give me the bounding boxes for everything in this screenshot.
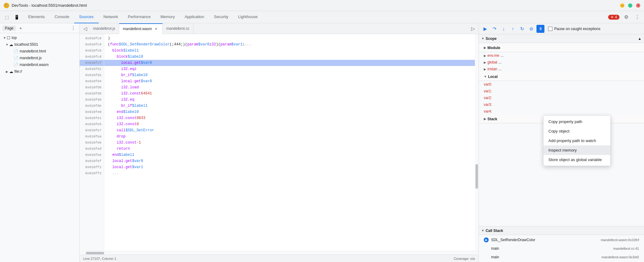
line-num-15: 0x010fe5 — [80, 121, 104, 127]
step-out-button[interactable]: ↑ — [509, 25, 517, 33]
code-line-23: ... — [104, 170, 479, 176]
editor-tab-wasm-close[interactable]: ✕ — [154, 26, 159, 31]
vertical-scrollbar-thumb[interactable] — [475, 164, 478, 189]
pause-button[interactable]: ⏸ — [536, 25, 544, 33]
call-stack-item-1[interactable]: main mandelbrot.cc:41 — [479, 244, 644, 253]
resume-button[interactable]: ▶ — [481, 25, 489, 33]
step-button[interactable]: ↻ — [518, 25, 526, 33]
horizontal-scrollbar-thumb[interactable] — [86, 252, 104, 254]
context-menu-inspect-memory[interactable]: Inspect memory — [544, 145, 610, 155]
line-num-7: 0x010fd2 — [80, 72, 104, 78]
tab-console[interactable]: Console — [50, 11, 74, 23]
tree-item-mandelbrot-html[interactable]: 📄 mandelbrot.html — [0, 48, 79, 55]
more-options-button[interactable]: ⋮ — [633, 13, 642, 21]
local-item-var1[interactable]: var1: — [479, 88, 644, 94]
sidebar-more-button[interactable]: ⋮ — [70, 25, 77, 32]
horizontal-scrollbar[interactable] — [80, 251, 479, 255]
settings-button[interactable]: ⚙ — [622, 13, 631, 21]
code-line-2: (func $SDL_SetRenderDrawColor (;444;) (p… — [104, 41, 479, 48]
tree-item-file[interactable]: ▶ ☁ file:// — [0, 68, 79, 75]
module-item-env[interactable]: ▶ env.me ... — [479, 52, 644, 59]
call-stack-item-2[interactable]: main mandelbrot.wasm:0x3ef2 — [479, 253, 644, 261]
main-toolbar: ⬚ 📱 Elements Console Sources Network Per… — [0, 11, 644, 23]
sidebar-header: Page » ⋮ — [0, 23, 79, 33]
call-stack-location-0: mandelbrot.wasm:0x10fcf — [601, 238, 639, 242]
scope-content: ▶ Module ▶ env.me ... ▶ global ... — [479, 43, 644, 124]
title-bar: 🔧 DevTools - localhost:5501/mandelbrot.h… — [0, 0, 644, 11]
inspect-element-button[interactable]: ⬚ — [2, 13, 11, 21]
maximize-button[interactable]: □ — [628, 3, 632, 8]
call-stack-header-label: Call Stack — [486, 229, 503, 233]
code-line-6: i32.eqz — [104, 66, 479, 72]
line-num-1: 0x010fc8 — [80, 35, 104, 41]
local-item-var0[interactable]: var0: — [479, 81, 644, 88]
tree-item-localhost[interactable]: ▼ ☁ localhost:5501 — [0, 41, 79, 48]
tab-security[interactable]: Security — [209, 11, 233, 23]
sidebar-tab-page[interactable]: Page — [2, 25, 16, 31]
tree-label-top: top — [12, 36, 77, 40]
tree-item-mandelbrot-js[interactable]: 📄 mandelbrot.js — [0, 55, 79, 61]
local-item-var2-key: var2: — [484, 96, 492, 100]
tab-elements[interactable]: Elements — [23, 11, 50, 23]
step-over-button[interactable]: ↷ — [491, 25, 498, 33]
device-toolbar-button[interactable]: 📱 — [12, 13, 21, 21]
local-item-var3[interactable]: var3: — [479, 101, 644, 108]
sidebar-tab-more[interactable]: » — [17, 25, 24, 31]
line-num-10: 0x010fd9 — [80, 91, 104, 97]
context-menu-add-watch[interactable]: Add property path to watch — [544, 136, 610, 145]
tab-memory[interactable]: Memory — [156, 11, 180, 23]
pause-exception-checkbox[interactable] — [548, 27, 552, 31]
code-line-13: end $label0 — [104, 109, 479, 115]
editor-nav-left-button[interactable]: ◁ — [81, 23, 89, 34]
tree-item-top[interactable]: ▼ ☐ top — [0, 34, 79, 41]
tab-sources[interactable]: Sources — [74, 11, 99, 23]
call-stack-arrow: ▼ — [481, 229, 484, 232]
module-items: ▶ env.me ... ▶ global ... ▶ instan ... — [479, 52, 644, 72]
file-icon-html: 📄 — [13, 49, 18, 54]
right-panel: ▶ ↷ ↓ ↑ ↻ ⊘ ⏸ Pause on caught exceptions… — [479, 23, 644, 262]
close-button[interactable]: ✕ — [636, 3, 640, 8]
tree-item-mandelbrot-wasm[interactable]: 📄 mandelbrot.wasm — [0, 61, 79, 68]
step-into-button[interactable]: ↓ — [500, 25, 508, 33]
local-item-var4[interactable]: var4: — [479, 108, 644, 115]
tree-arrow-top: ▼ — [2, 36, 7, 40]
tab-lighthouse[interactable]: Lighthouse — [233, 11, 263, 23]
tab-performance[interactable]: Performance — [123, 11, 155, 23]
module-item-instan[interactable]: ▶ instan ... — [479, 66, 644, 72]
call-stack-header[interactable]: ▼ Call Stack — [479, 226, 644, 235]
local-item-var2[interactable]: var2: — [479, 94, 644, 101]
deactivate-breakpoints-button[interactable]: ⊘ — [527, 25, 535, 33]
module-item-global[interactable]: ▶ global ... — [479, 59, 644, 66]
module-item-env-val: ... — [500, 53, 503, 58]
code-line-4: block $label0 — [104, 54, 479, 60]
editor-tab-mandelbrot-cc[interactable]: mandelbrot.cc — [163, 23, 193, 34]
code-content[interactable]: ) (func $SDL_SetRenderDrawColor (;444;) … — [104, 34, 479, 251]
line-num-18: 0x010feb — [80, 140, 104, 146]
editor-tab-mandelbrot-js[interactable]: mandelbrot.js — [89, 23, 119, 34]
code-line-8: local.get $var0 — [104, 78, 479, 84]
editor-tab-mandelbrot-wasm[interactable]: mandelbrot.wasm ✕ — [119, 23, 163, 34]
local-header[interactable]: ▼ Local — [479, 72, 644, 81]
cloud-icon-localhost: ☁ — [9, 42, 13, 47]
line-num-21: 0x010fef — [80, 158, 104, 164]
editor-nav-right-button[interactable]: ▷ — [469, 23, 477, 34]
minimize-button[interactable]: — — [620, 3, 624, 8]
status-coverage: Coverage: n/a — [454, 257, 475, 260]
module-header[interactable]: ▶ Module — [479, 44, 644, 52]
window-title: DevTools - localhost:5501/mandelbrot.htm… — [12, 3, 87, 8]
tab-application[interactable]: Application — [180, 11, 209, 23]
call-stack-item-0[interactable]: ▶ SDL_SetRenderDrawColor mandelbrot.wasm… — [479, 236, 644, 244]
call-stack-location-1: mandelbrot.cc:41 — [613, 247, 639, 250]
context-menu: Copy property path Copy object Add prope… — [543, 115, 611, 166]
tab-network[interactable]: Network — [99, 11, 123, 23]
vertical-scrollbar-track[interactable] — [475, 34, 479, 251]
tree-arrow-localhost: ▼ — [5, 43, 9, 46]
error-badge[interactable]: ✕ 4 — [608, 15, 619, 20]
editor-tab-wasm-label: mandelbrot.wasm — [123, 27, 152, 31]
scope-header[interactable]: ▼ Scope ▲ — [479, 34, 644, 43]
code-line-11: i32.eq — [104, 97, 479, 103]
context-menu-copy-path[interactable]: Copy property path — [544, 117, 610, 126]
context-menu-copy-object[interactable]: Copy object — [544, 126, 610, 136]
context-menu-store-global[interactable]: Store object as global variable — [544, 155, 610, 164]
error-icon: ✕ — [611, 15, 614, 19]
